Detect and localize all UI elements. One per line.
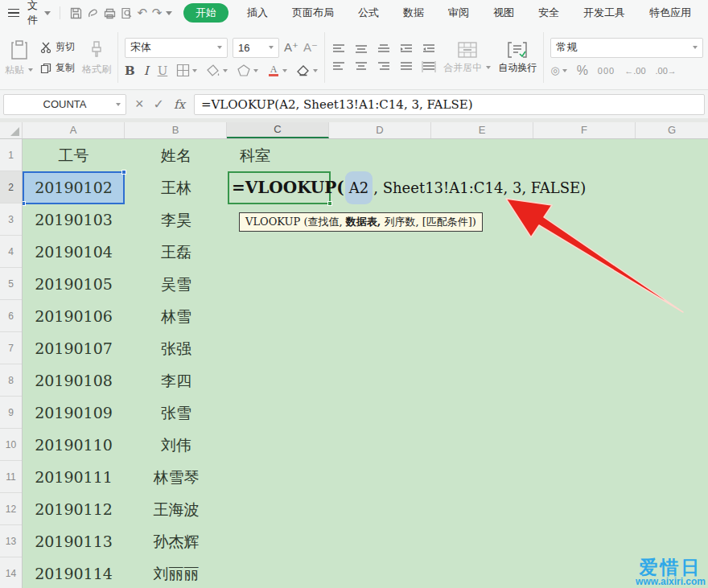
cell-B11[interactable]: 林雪琴 xyxy=(125,461,228,493)
grid-body[interactable]: 工号 姓名 科室 20190102王林20190103李昊20190104王磊2… xyxy=(0,139,708,588)
cell-B4[interactable]: 王磊 xyxy=(125,236,228,268)
row-header-8[interactable]: 8 xyxy=(0,364,22,397)
cell-B2[interactable]: 王林 xyxy=(125,171,228,204)
thousands-format-button[interactable]: 000 xyxy=(598,66,615,76)
cell-A10[interactable]: 20190110 xyxy=(23,429,125,461)
cell-A5[interactable]: 20190105 xyxy=(23,268,125,300)
decrease-decimal-button[interactable]: .00→ xyxy=(656,66,677,76)
cell-A3[interactable]: 20190103 xyxy=(23,204,125,236)
align-middle-icon[interactable] xyxy=(354,43,368,55)
redo-icon[interactable]: ↷ xyxy=(151,3,163,23)
cell-A6[interactable]: 20190106 xyxy=(23,300,125,332)
italic-button[interactable]: I xyxy=(144,64,149,78)
insert-function-button[interactable]: fx xyxy=(174,97,185,112)
cancel-entry-button[interactable]: × xyxy=(135,96,144,113)
row-header-11[interactable]: 11 xyxy=(0,461,22,493)
row-header-14[interactable]: 14 xyxy=(0,557,22,588)
cell-B7[interactable]: 张强 xyxy=(125,332,228,364)
tab-developer[interactable]: 开发工具 xyxy=(573,0,636,26)
cell-B8[interactable]: 李四 xyxy=(125,364,228,397)
row-header-5[interactable]: 5 xyxy=(0,268,22,300)
tab-home[interactable]: 开始 xyxy=(183,3,228,23)
bold-button[interactable]: B xyxy=(125,64,135,78)
cell-A13[interactable]: 20190113 xyxy=(23,525,125,557)
row-header-3[interactable]: 3 xyxy=(0,204,22,236)
row-header-4[interactable]: 4 xyxy=(0,236,22,268)
row-header-9[interactable]: 9 xyxy=(0,397,22,429)
decrease-indent-icon[interactable] xyxy=(399,43,414,55)
row-header-12[interactable]: 12 xyxy=(0,493,22,525)
align-center-icon[interactable] xyxy=(354,61,368,72)
tab-formulas[interactable]: 公式 xyxy=(348,0,389,26)
cell-A2[interactable]: 20190102 xyxy=(23,171,125,204)
cut-button[interactable]: 剪切 xyxy=(40,40,75,54)
increase-decimal-button[interactable]: ←.00 xyxy=(624,66,645,76)
shape-style-button[interactable] xyxy=(237,64,258,77)
hamburger-menu-icon[interactable] xyxy=(8,9,19,18)
number-format-select[interactable]: 常规 xyxy=(550,38,703,58)
cell-A7[interactable]: 20190107 xyxy=(23,332,125,364)
row-header-10[interactable]: 10 xyxy=(0,429,22,461)
cell-B9[interactable]: 张雪 xyxy=(125,397,228,429)
shrink-font-button[interactable]: A⁻ xyxy=(303,40,318,55)
print-preview-icon[interactable] xyxy=(120,3,134,23)
merge-center-button[interactable]: 合并居中 xyxy=(443,41,491,75)
row-header-2[interactable]: 2 xyxy=(0,171,22,204)
quick-toolbar-caret-icon[interactable] xyxy=(166,11,172,15)
cell-B12[interactable]: 王海波 xyxy=(125,493,228,525)
cell-A11[interactable]: 20190111 xyxy=(23,461,125,493)
column-header-D[interactable]: D xyxy=(329,122,431,138)
cell-B14[interactable]: 刘丽丽 xyxy=(125,557,228,588)
cell-A14[interactable]: 20190114 xyxy=(23,557,125,588)
file-menu-caret-icon[interactable] xyxy=(44,11,51,15)
justify-icon[interactable] xyxy=(399,61,414,72)
paste-button[interactable]: 粘贴 xyxy=(5,39,33,77)
cell-B5[interactable]: 吴雪 xyxy=(125,268,228,300)
tab-data[interactable]: 数据 xyxy=(393,0,434,26)
percent-format-button[interactable]: % xyxy=(577,64,588,78)
column-header-A[interactable]: A xyxy=(23,122,125,138)
grow-font-button[interactable]: A⁺ xyxy=(284,40,298,55)
tab-view[interactable]: 视图 xyxy=(483,0,525,26)
tab-special-apps[interactable]: 特色应用 xyxy=(639,0,702,26)
cell-A1[interactable]: 工号 xyxy=(23,139,125,171)
row-header-7[interactable]: 7 xyxy=(0,332,22,364)
increase-indent-icon[interactable] xyxy=(422,43,436,55)
cell-A8[interactable]: 20190108 xyxy=(23,364,125,397)
confirm-entry-button[interactable]: ✓ xyxy=(154,97,164,112)
cell-B10[interactable]: 刘伟 xyxy=(125,429,228,461)
name-box[interactable]: COUNTA xyxy=(3,94,126,115)
wrap-text-button[interactable]: 自动换行 xyxy=(498,41,537,75)
cell-C1[interactable]: 科室 xyxy=(228,139,331,171)
align-left-icon[interactable] xyxy=(331,61,346,72)
column-header-G[interactable]: G xyxy=(636,122,708,138)
align-top-icon[interactable] xyxy=(331,43,346,55)
tab-insert[interactable]: 插入 xyxy=(237,0,278,26)
export-pdf-icon[interactable] xyxy=(86,3,100,23)
cell-C2-formula-edit[interactable]: =VLOOKUP( A2 , Sheet13!A1:C14, 3, FALSE) xyxy=(232,171,586,204)
row-header-6[interactable]: 6 xyxy=(0,300,22,332)
format-painter-button[interactable]: 格式刷 xyxy=(82,39,111,76)
file-menu[interactable]: 文件 xyxy=(27,0,39,27)
currency-format-button[interactable]: ◎ xyxy=(550,64,566,76)
select-all-button[interactable] xyxy=(0,122,23,138)
tab-review[interactable]: 审阅 xyxy=(438,0,480,26)
print-icon[interactable] xyxy=(103,3,117,23)
fill-color-button[interactable] xyxy=(206,64,228,77)
column-header-F[interactable]: F xyxy=(533,122,636,138)
font-size-select[interactable]: 16 xyxy=(233,38,279,58)
column-header-B[interactable]: B xyxy=(125,122,227,138)
cell-B6[interactable]: 林雪 xyxy=(125,300,228,332)
undo-icon[interactable]: ↶ xyxy=(137,3,148,23)
cell-A4[interactable]: 20190104 xyxy=(23,236,125,268)
borders-button[interactable] xyxy=(176,64,197,77)
copy-button[interactable]: 复制 xyxy=(40,61,75,75)
align-right-icon[interactable] xyxy=(377,61,391,72)
cell-B1[interactable]: 姓名 xyxy=(125,139,228,171)
row-header-13[interactable]: 13 xyxy=(0,525,22,557)
cell-B3[interactable]: 李昊 xyxy=(125,204,228,236)
save-icon[interactable] xyxy=(69,3,83,23)
cell-B13[interactable]: 孙杰辉 xyxy=(125,525,228,557)
eraser-button[interactable] xyxy=(296,64,318,77)
font-color-button[interactable]: A xyxy=(267,64,287,77)
